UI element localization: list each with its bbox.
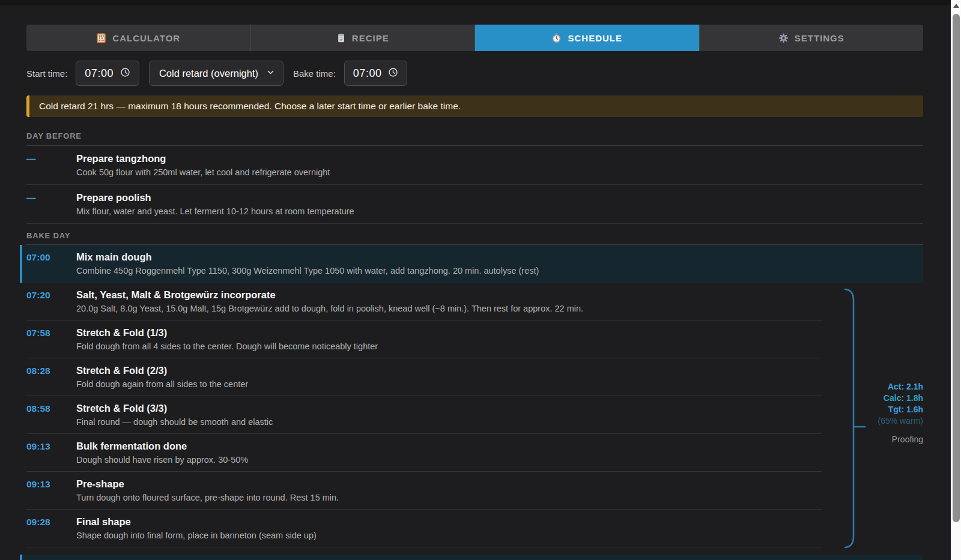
- item-title: Stretch & Fold (2/3): [76, 364, 923, 377]
- section-header: DAY BEFORE: [26, 128, 923, 146]
- section-day-before: —Prepare tangzhongCook 50g flour with 25…: [26, 146, 923, 224]
- schedule-item[interactable]: 09:13Bulk fermentation doneDough should …: [26, 434, 923, 472]
- item-title: Salt, Yeast, Malt & Brotgewürz incorpora…: [76, 289, 923, 301]
- retard-mode-value: Cold retard (overnight): [159, 68, 258, 79]
- tab-label: RECIPE: [352, 33, 389, 43]
- schedule-list: DAY BEFORE—Prepare tangzhongCook 50g flo…: [26, 128, 923, 560]
- scrollbar-track[interactable]: [951, 0, 961, 560]
- item-dash: —: [26, 152, 76, 178]
- item-description: Fold dough again from all sides to the c…: [76, 378, 923, 390]
- item-time: 08:28: [26, 364, 76, 390]
- item-description: Combine 450g Roggenmehl Type 1150, 300g …: [76, 265, 923, 277]
- gear-icon: [778, 33, 789, 43]
- item-dash: —: [26, 191, 76, 217]
- scrollbar-up-arrow[interactable]: [953, 4, 959, 8]
- item-description: Shape dough into final form, place in ba…: [76, 529, 923, 541]
- schedule-item[interactable]: 08:58Stretch & Fold (3/3)Final round — d…: [26, 396, 923, 434]
- schedule-item[interactable]: 09:33Cold retard (fridge): [20, 555, 923, 560]
- proofing-target: Tgt: 1.6h: [878, 404, 923, 415]
- section-bake-day: 07:00Mix main doughCombine 450g Roggenme…: [26, 245, 923, 560]
- tab-label: SETTINGS: [795, 33, 844, 43]
- schedule-item[interactable]: 09:13Pre-shapeTurn dough onto floured su…: [26, 472, 923, 510]
- proofing-label: Proofing: [878, 434, 923, 445]
- item-description: Cook 50g flour with 250ml water, let coo…: [76, 166, 923, 178]
- proofing-calculated: Calc: 1.8h: [878, 393, 923, 404]
- item-time: 09:13: [26, 440, 76, 466]
- tab-label: CALCULATOR: [112, 33, 180, 43]
- warning-banner: Cold retard 21 hrs — maximum 18 hours re…: [26, 95, 923, 117]
- bake-time-input[interactable]: 07:00: [344, 61, 408, 86]
- tab-label: SCHEDULE: [568, 33, 622, 43]
- stopwatch-icon: [551, 33, 562, 43]
- tab-bar: CALCULATOR RECIPE: [26, 25, 923, 51]
- section-header: BAKE DAY: [26, 227, 923, 245]
- proofing-actual: Act: 2.1h: [878, 381, 923, 393]
- item-title: Pre-shape: [76, 478, 923, 490]
- schedule-item[interactable]: 09:28Final shapeShape dough into final f…: [26, 510, 923, 547]
- item-title: Prepare tangzhong: [76, 152, 923, 165]
- schedule-item[interactable]: —Prepare tangzhongCook 50g flour with 25…: [26, 146, 923, 185]
- item-time: 09:13: [26, 478, 76, 504]
- bake-time-label: Bake time:: [293, 68, 336, 79]
- schedule-item[interactable]: 08:28Stretch & Fold (2/3)Fold dough agai…: [26, 358, 923, 396]
- proofing-labels: Act: 2.1h Calc: 1.8h Tgt: 1.6h (65% warm…: [878, 381, 923, 445]
- schedule-item[interactable]: —Prepare poolishMix flour, water and yea…: [26, 185, 923, 224]
- bake-time-value: 07:00: [353, 67, 382, 80]
- clock-icon[interactable]: [388, 67, 398, 80]
- bread-app: CALCULATOR RECIPE: [26, 25, 923, 560]
- schedule-item[interactable]: 07:20Salt, Yeast, Malt & Brotgewürz inco…: [26, 283, 923, 321]
- schedule-item[interactable]: 07:00Mix main doughCombine 450g Roggenme…: [20, 245, 923, 283]
- start-time-input[interactable]: 07:00: [76, 61, 139, 86]
- tab-recipe[interactable]: RECIPE: [251, 25, 476, 51]
- item-description: 20.0g Salt, 8.0g Yeast, 15.0g Malt, 15g …: [76, 303, 923, 315]
- item-description: Mix flour, water and yeast. Let ferment …: [76, 205, 923, 217]
- item-title: Stretch & Fold (1/3): [76, 327, 923, 339]
- item-description: Fold dough from all 4 sides to the cente…: [76, 340, 923, 352]
- start-time-value: 07:00: [85, 67, 114, 80]
- item-description: Dough should have risen by approx. 30-50…: [76, 454, 923, 466]
- proofing-bracket: [844, 288, 867, 551]
- start-time-label: Start time:: [26, 68, 67, 79]
- scrollbar-thumb[interactable]: [953, 14, 960, 522]
- item-time: 09:28: [26, 516, 76, 541]
- schedule-controls: Start time: 07:00 Cold retard (overnight…: [26, 61, 923, 86]
- item-title: Prepare poolish: [76, 191, 923, 204]
- item-time: 07:58: [26, 327, 76, 352]
- top-strip: [0, 0, 961, 5]
- item-time: 08:58: [26, 402, 76, 428]
- tab-calculator[interactable]: CALCULATOR: [26, 25, 251, 51]
- schedule-item[interactable]: 07:58Stretch & Fold (1/3)Fold dough from…: [26, 321, 923, 358]
- clock-icon[interactable]: [120, 67, 130, 80]
- item-time: 07:00: [26, 251, 76, 277]
- item-time: 07:20: [26, 289, 76, 315]
- chevron-down-icon: [267, 68, 274, 79]
- item-title: Stretch & Fold (3/3): [76, 402, 923, 415]
- calculator-icon: [96, 33, 106, 43]
- recipe-icon: [336, 33, 346, 43]
- item-description: Turn dough onto floured surface, pre-sha…: [76, 492, 923, 504]
- item-description: Final round — dough should be smooth and…: [76, 416, 923, 428]
- warning-text: Cold retard 21 hrs — maximum 18 hours re…: [39, 101, 461, 112]
- item-title: Final shape: [76, 516, 923, 528]
- retard-mode-select[interactable]: Cold retard (overnight): [149, 61, 283, 86]
- tab-schedule[interactable]: SCHEDULE: [475, 25, 700, 51]
- item-title: Mix main dough: [76, 251, 923, 263]
- item-title: Bulk fermentation done: [76, 440, 923, 453]
- tab-settings[interactable]: SETTINGS: [700, 25, 924, 51]
- proofing-warm-pct: (65% warm): [878, 415, 923, 427]
